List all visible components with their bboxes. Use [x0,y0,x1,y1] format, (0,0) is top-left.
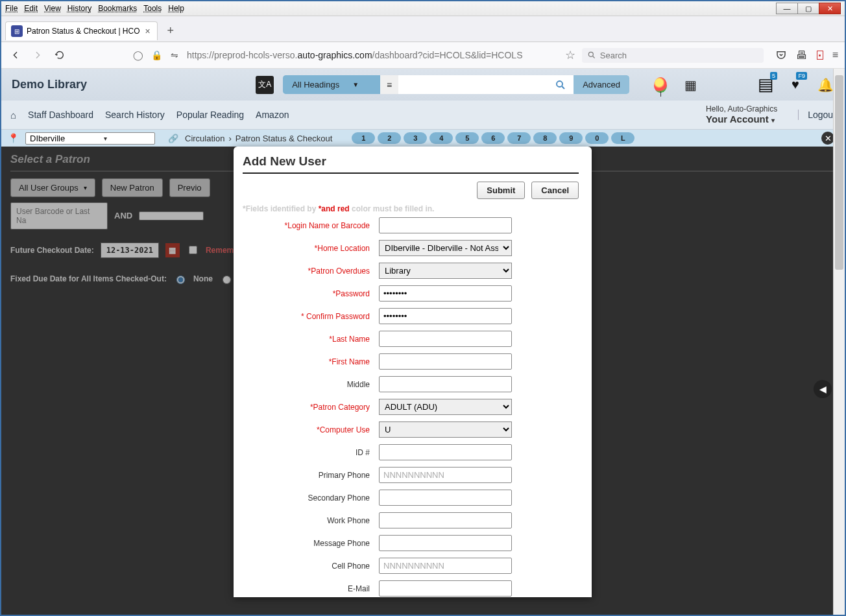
label-pphone: Primary Phone [243,471,379,480]
window-close-button[interactable]: ✕ [819,3,841,14]
input-first-name[interactable] [379,353,512,370]
new-patron-button[interactable]: New Patron [102,178,163,197]
quick-l[interactable]: L [611,132,634,144]
menu-file[interactable]: File [5,4,18,13]
fixed-due-other-radio[interactable] [223,276,231,284]
cancel-button[interactable]: Cancel [531,182,579,199]
permissions-icon[interactable]: ⇋ [169,50,180,60]
nav-back-button[interactable] [8,47,23,63]
hamburger-menu-icon[interactable]: ≡ [832,49,838,61]
input-message-phone[interactable] [379,535,512,551]
new-tab-button[interactable]: + [162,22,180,40]
input-id[interactable] [379,444,512,460]
input-work-phone[interactable] [379,512,512,528]
select-category[interactable]: ADULT (ADU) [379,399,512,415]
tab-title: Patron Status & Checkout | HCO [27,27,140,36]
input-primary-phone[interactable] [379,467,512,483]
bookmark-star-icon[interactable]: ☆ [565,48,575,62]
label-email: E-Mail [243,584,379,593]
label-cphone: Cell Phone [243,562,379,571]
tab-close-icon[interactable]: × [144,26,152,36]
catalog-search: All Headings▼ ≡ Advanced [283,75,629,94]
quick-1[interactable]: 1 [352,132,375,144]
location-select[interactable]: DIberville▾ [25,132,155,145]
quick-8[interactable]: 8 [533,132,557,144]
breadcrumb-2[interactable]: Patron Status & Checkout [236,134,333,143]
menu-edit[interactable]: Edit [24,4,38,13]
database-icon[interactable]: ≡ [380,75,398,94]
nav-staff-dashboard[interactable]: Staff Dashboard [28,110,93,120]
breadcrumb-1[interactable]: Circulation [185,134,224,143]
nav-forward-button[interactable] [30,47,45,63]
film-icon[interactable]: ▦ [681,76,699,94]
quick-4[interactable]: 4 [429,132,453,144]
label-confirm: * Confirm Password [243,312,379,321]
label-sphone: Secondary Phone [243,493,379,503]
previous-button[interactable]: Previo [169,178,210,197]
catalog-search-button[interactable] [548,75,574,94]
select-computer[interactable]: U [379,421,512,438]
menu-tools[interactable]: Tools [143,4,162,13]
quick-7[interactable]: 7 [507,132,531,144]
fixed-due-label: Fixed Due Date for All Items Checked-Out… [10,274,167,283]
pocket-icon[interactable] [775,49,787,61]
browser-search-box[interactable]: Search [582,48,764,63]
select-home[interactable]: DIberville - DIberville - Not Assig [379,240,512,256]
url-text[interactable]: https://preprod-hcols-verso.auto-graphic… [187,50,522,60]
select-overdues[interactable]: Library [379,263,512,279]
menu-history[interactable]: History [67,4,91,13]
input-middle[interactable] [379,376,512,392]
quick-2[interactable]: 2 [378,132,401,144]
security-badge-icon[interactable]: ▪ [817,51,823,60]
nav-reload-button[interactable] [52,47,67,63]
input-cell-phone[interactable] [379,558,512,574]
calendar-icon[interactable]: ▦ [165,243,180,257]
home-icon[interactable]: ⌂ [10,110,16,121]
heart-icon[interactable]: ♥F9 [786,76,804,94]
advanced-search-button[interactable]: Advanced [574,75,629,94]
input-secondary-phone[interactable] [379,490,512,506]
catalog-search-input[interactable] [398,75,548,94]
secondary-search-input[interactable] [139,211,204,220]
quick-6[interactable]: 6 [481,132,505,144]
window-maximize-button[interactable]: ▢ [797,3,819,14]
input-email[interactable] [379,580,512,597]
account-block[interactable]: Hello, Auto-Graphics Your Account ▾ [706,104,777,125]
input-last-name[interactable] [379,331,512,347]
fixed-due-none-radio[interactable] [176,276,185,284]
tab-favicon: ⊞ [11,25,23,37]
close-panel-icon[interactable]: ✕ [821,132,834,145]
quick-9[interactable]: 9 [559,132,583,144]
translate-icon[interactable]: 文A [256,76,274,94]
quick-5[interactable]: 5 [455,132,479,144]
logout-link[interactable]: Logout [798,110,836,120]
submit-button[interactable]: Submit [477,182,525,199]
menu-help[interactable]: Help [168,4,184,13]
label-first: *First Name [243,357,379,366]
nav-popular-reading[interactable]: Popular Reading [176,110,244,120]
all-user-groups-select[interactable]: All User Groups▾ [10,178,95,197]
quick-0[interactable]: 0 [585,132,609,144]
heading-select[interactable]: All Headings▼ [283,75,380,94]
menu-view[interactable]: View [44,4,61,13]
expand-panel-icon[interactable]: ◀ [814,380,832,398]
shield-icon[interactable]: ◯ [132,50,144,60]
nav-search-history[interactable]: Search History [105,110,165,120]
browser-tab[interactable]: ⊞ Patron Status & Checkout | HCO × [5,21,158,40]
future-checkout-date[interactable]: 12-13-2021 [101,243,159,258]
input-confirm-password[interactable] [379,308,512,324]
print-icon[interactable]: 🖶 [796,49,808,62]
input-login[interactable] [379,217,512,233]
nav-amazon[interactable]: Amazon [256,110,289,120]
remember-checkbox[interactable] [189,246,197,254]
lock-icon[interactable]: 🔒 [151,50,162,60]
barcode-search-input[interactable]: User Barcode or Last Na [10,202,108,230]
quick-3[interactable]: 3 [404,132,427,144]
balloon-icon[interactable] [651,76,670,94]
window-minimize-button[interactable]: — [776,3,798,14]
list-icon[interactable]: ▤5 [756,76,775,94]
menu-bookmarks[interactable]: Bookmarks [98,4,137,13]
page-scrollbar[interactable] [833,69,845,615]
input-password[interactable] [379,285,512,302]
bell-icon[interactable]: 🔔 [816,76,834,94]
